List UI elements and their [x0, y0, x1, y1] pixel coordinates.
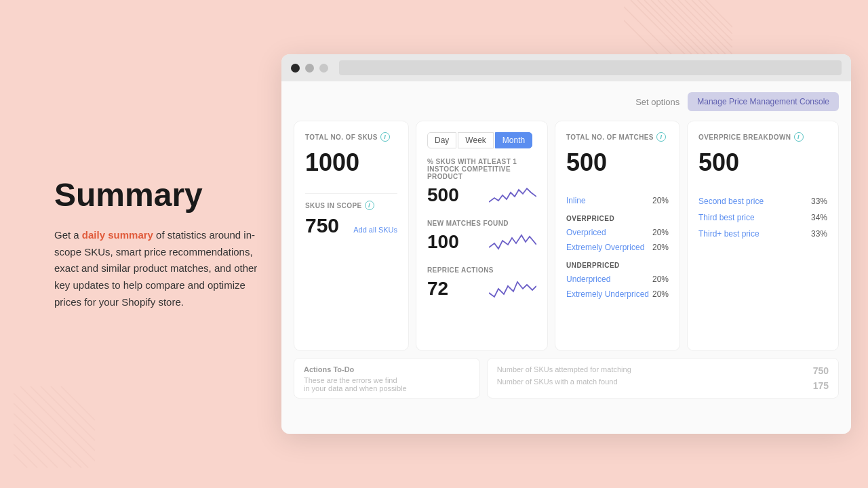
scope-info-icon[interactable]: i [365, 201, 374, 210]
extremely-underpriced-row: Extremely Underpriced 20% [566, 287, 669, 302]
third-best-price-pct: 34% [811, 213, 827, 222]
tab-week[interactable]: Week [458, 132, 493, 148]
stat1-value: 500 [427, 184, 459, 206]
inline-row: Inline 20% [566, 193, 669, 208]
overpriced-heading: OVERPRICED [566, 215, 669, 222]
sku-card: TOTAL NO. OF SKUS i 1000 SKUS IN SCOPE i… [294, 121, 409, 351]
extremely-overpriced-pct: 20% [652, 243, 669, 252]
description-text: Get a daily summary of statistics around… [54, 227, 271, 311]
breakdown-info-icon[interactable]: i [794, 132, 804, 142]
stat-reprice-actions: REPRICE ACTIONS 72 [427, 266, 536, 301]
matching-stats-card: Number of SKUs attempted for matching Nu… [487, 358, 839, 399]
sparkline-1 [489, 183, 536, 207]
browser-chrome [281, 54, 851, 81]
second-best-price-link[interactable]: Second best price [698, 197, 764, 206]
matches-info-icon[interactable]: i [656, 132, 666, 142]
highlight-text: daily summary [82, 229, 153, 241]
tab-day[interactable]: Day [427, 132, 456, 148]
manage-console-button[interactable]: Manage Price Management Console [688, 92, 839, 111]
underpriced-heading: UNDERPRICED [566, 262, 669, 269]
url-bar[interactable] [339, 60, 842, 75]
second-best-price-pct: 33% [811, 197, 827, 206]
underpriced-pct: 20% [652, 274, 669, 284]
stat2-value: 100 [427, 231, 459, 253]
matching-value2: 175 [813, 380, 829, 391]
skus-in-scope-number: 750 [305, 214, 339, 237]
third-plus-best-price-pct: 33% [811, 229, 827, 239]
total-skus-number: 1000 [305, 148, 397, 177]
top-action-bar: Set options Manage Price Management Cons… [294, 92, 839, 111]
skus-in-scope-title: SKUS IN SCOPE i [305, 201, 397, 210]
actions-todo-title: Actions To-Do [304, 365, 470, 373]
extremely-overpriced-row: Extremely Overpriced 20% [566, 240, 669, 255]
inline-link[interactable]: Inline [566, 196, 586, 205]
sparkline-2 [489, 230, 536, 254]
underpriced-link[interactable]: Underpriced [566, 274, 610, 284]
extremely-underpriced-pct: 20% [652, 289, 669, 299]
stats-card: Day Week Month % SKUS WITH ATLEAST 1 INS… [416, 121, 548, 351]
actions-todo-line2: in your data and when possible [304, 384, 470, 392]
extremely-underpriced-link[interactable]: Extremely Underpriced [566, 289, 649, 299]
matching-value1: 750 [813, 365, 829, 376]
extremely-overpriced-link[interactable]: Extremely Overpriced [566, 243, 644, 252]
svg-line-22 [31, 386, 95, 451]
time-period-tabs: Day Week Month [427, 132, 536, 148]
svg-line-19 [14, 444, 37, 468]
svg-line-25 [61, 386, 95, 420]
actions-todo-card: Actions To-Do These are the errors we fi… [294, 358, 480, 399]
sku-card-title: TOTAL NO. OF SKUS i [305, 132, 397, 142]
sku-info-icon[interactable]: i [380, 132, 390, 142]
cards-row: TOTAL NO. OF SKUS i 1000 SKUS IN SCOPE i… [294, 121, 839, 351]
breakdown-card-title: OVERPRICE BREAKDOWN i [698, 132, 827, 142]
window-maximize-dot[interactable] [319, 64, 328, 73]
matching-label1: Number of SKUs attempted for matching [497, 365, 631, 373]
deco-lines-bottom [14, 386, 95, 468]
svg-line-6 [671, 0, 732, 61]
svg-line-14 [14, 393, 88, 468]
svg-line-7 [678, 0, 732, 54]
overpriced-pct: 20% [652, 228, 669, 237]
stat3-value: 72 [427, 278, 448, 300]
stat-new-matches: NEW MATCHES FOUND 100 [427, 220, 536, 254]
left-panel: Summary Get a daily summary of statistic… [54, 178, 271, 311]
browser-content: Set options Manage Price Management Cons… [281, 81, 851, 434]
page-heading: Summary [54, 178, 271, 214]
breakdown-row-1: Third best price 34% [698, 209, 827, 226]
matches-card-title: TOTAL NO. OF MATCHES i [566, 132, 669, 142]
matches-card: TOTAL NO. OF MATCHES i 500 Inline 20% OV… [555, 121, 680, 351]
breakdown-big-number: 500 [698, 148, 827, 177]
set-options-button[interactable]: Set options [635, 97, 679, 107]
window-minimize-dot[interactable] [305, 64, 314, 73]
breakdown-row-2: Third+ best price 33% [698, 226, 827, 242]
breakdown-card: OVERPRICE BREAKDOWN i 500 Second best pr… [687, 121, 839, 351]
actions-todo-line1: These are the errors we find [304, 376, 470, 384]
browser-window: Set options Manage Price Management Cons… [281, 54, 851, 434]
svg-line-10 [698, 0, 732, 34]
matching-label2: Number of SKUs with a match found [497, 378, 631, 386]
underpriced-row: Underpriced 20% [566, 272, 669, 287]
breakdown-row-0: Second best price 33% [698, 193, 827, 209]
bottom-section: Actions To-Do These are the errors we fi… [294, 358, 839, 399]
svg-line-23 [41, 386, 95, 441]
stat-instock-competitive: % SKUS WITH ATLEAST 1 INSTOCK COMPETITIV… [427, 158, 536, 207]
sparkline-3 [489, 277, 536, 301]
third-best-price-link[interactable]: Third best price [698, 213, 755, 222]
svg-line-21 [20, 386, 95, 461]
svg-line-11 [705, 0, 732, 27]
window-close-dot[interactable] [291, 64, 300, 73]
inline-pct: 20% [652, 196, 669, 205]
overpriced-row: Overpriced 20% [566, 225, 669, 240]
third-plus-best-price-link[interactable]: Third+ best price [698, 229, 760, 239]
add-all-skus-link[interactable]: Add all SKUs [353, 226, 397, 234]
overpriced-link[interactable]: Overpriced [566, 228, 606, 237]
total-matches-number: 500 [566, 148, 669, 177]
svg-line-18 [14, 434, 47, 468]
tab-month[interactable]: Month [495, 132, 532, 148]
